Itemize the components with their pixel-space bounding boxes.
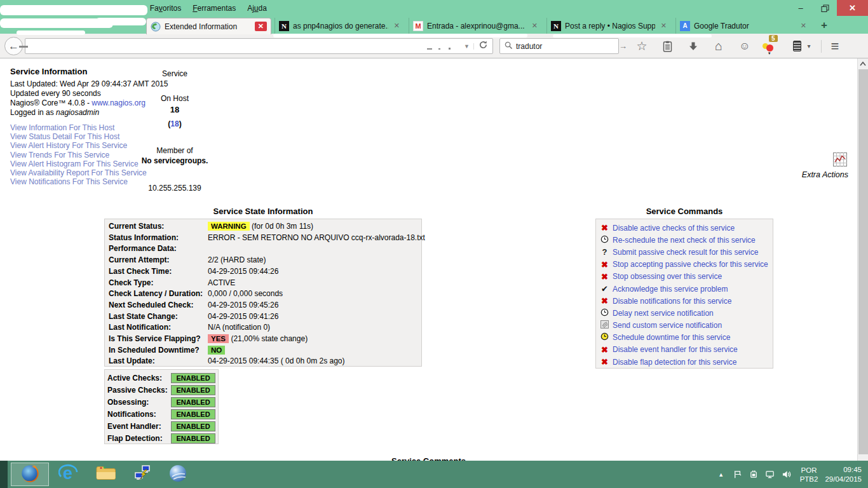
state-info-table: Current Status:WARNING (for 0d 0h 3m 11s… (104, 219, 422, 367)
command-schedule-downtime-for-this-service[interactable]: Schedule downtime for this service (599, 332, 770, 344)
taskbar-app-internet-explorer[interactable]: e (55, 463, 83, 486)
home-icon[interactable]: ⌂ (710, 38, 728, 54)
taskbar: e ▲ POR PTB2 09:45 29/04/2015 (0, 461, 868, 488)
command-stop-accepting-passive-checks-for-this-service[interactable]: ✖Stop accepting passive checks for this … (599, 259, 770, 271)
bookmark-star-icon[interactable]: ☆ (633, 38, 651, 54)
command-link[interactable]: Send custom service notification (613, 321, 722, 330)
tab-close-icon[interactable]: ✕ (392, 21, 402, 30)
disable-x-icon: ✖ (599, 297, 610, 305)
host-link[interactable]: 18 (170, 119, 179, 128)
command-link[interactable]: Schedule downtime for this service (613, 333, 730, 342)
extra-actions-label: Extra Actions (788, 170, 848, 179)
nagios-page: Service Information Last Updated: Wed Ap… (0, 58, 868, 461)
search-input[interactable] (516, 42, 614, 51)
menu-hamburger-icon[interactable]: ≡ (826, 38, 844, 54)
command-disable-flap-detection-for-this-service[interactable]: ✖Disable flap detection for this service (599, 356, 770, 368)
command-delay-next-service-notification[interactable]: Delay next service notification (599, 307, 770, 319)
close-button[interactable]: ✕ (837, 0, 868, 16)
command-link[interactable]: Re-schedule the next check of this servi… (613, 236, 756, 245)
state-row-value: 04-29-2015 09:45:26 (205, 300, 428, 311)
command-link[interactable]: Disable notifications for this service (613, 297, 731, 306)
state-row: Next Scheduled Check:04-29-2015 09:45:26 (106, 300, 428, 311)
network-icon[interactable] (763, 470, 779, 479)
command-link[interactable]: Stop obsessing over this service (613, 272, 722, 281)
toolbar-overflow-caret-icon[interactable]: ▾ (803, 38, 815, 54)
bookmarks-clipboard-icon[interactable] (658, 38, 676, 54)
restore-button[interactable] (813, 0, 837, 16)
check-row: Notifications:ENABLED (107, 408, 215, 420)
balloon-tail: ▾ (768, 51, 771, 56)
link-view-availability-report-for-this-service[interactable]: View Availability Report For This Servic… (10, 169, 147, 177)
downloads-icon[interactable] (684, 38, 702, 54)
extra-actions[interactable]: Extra Actions (788, 152, 848, 179)
restore-icon (821, 4, 829, 12)
scrollbar-up-arrow[interactable] (858, 58, 868, 69)
command-link[interactable]: Acknowledge this service problem (613, 285, 728, 294)
command-send-custom-service-notification[interactable]: Send custom service notification (599, 320, 770, 332)
redaction-dash (19, 46, 28, 48)
scrollbar-thumb[interactable] (858, 69, 868, 454)
tab-label: as pnp4nagios do generate... (293, 22, 388, 30)
check-label: Passive Checks: (107, 386, 171, 395)
tab-post-a-reply-nagios-supp[interactable]: NPost a reply • Nagios Supp...✕ (546, 18, 672, 34)
tab-entrada-alexprinougma[interactable]: MEntrada - alexprinou@gma...✕ (409, 18, 543, 34)
start-button[interactable] (0, 461, 8, 488)
search-icon (505, 41, 513, 52)
tab-close-icon[interactable]: ✕ (530, 21, 539, 30)
volume-icon[interactable] (779, 470, 796, 479)
state-row-value: 04-29-2015 09:44:35 ( 0d 0h 0m 2s ago) (205, 356, 428, 367)
taskbar-app-firefox[interactable] (11, 463, 49, 486)
command-disable-active-checks-of-this-service[interactable]: ✖Disable active checks of this service (599, 222, 770, 234)
new-tab-button[interactable]: + (816, 19, 832, 32)
state-row: Check Latency / Duration:0,000 / 0,000 s… (106, 288, 428, 300)
command-link[interactable]: Disable flap detection for this service (613, 358, 736, 367)
tab-close-icon[interactable]: ✕ (799, 21, 808, 30)
command-stop-obsessing-over-this-service[interactable]: ✖Stop obsessing over this service (599, 271, 770, 283)
command-submit-passive-check-result-for-this-service[interactable]: ?Submit passive check result for this se… (599, 246, 770, 258)
menu-item-ajuda[interactable]: Ajuda (241, 2, 273, 15)
command-link[interactable]: Disable active checks of this service (613, 224, 735, 233)
command-disable-event-handler-for-this-service[interactable]: ✖Disable event handler for this service (599, 344, 770, 356)
command-link[interactable]: Stop accepting passive checks for this s… (613, 260, 768, 269)
tab-google-tradutor[interactable]: AGoogle Tradutor✕ (675, 18, 812, 34)
power-battery-icon[interactable] (746, 470, 763, 479)
taskbar-app-putty[interactable] (128, 463, 156, 486)
action-center-flag-icon[interactable] (729, 470, 746, 479)
extension-balloons-icon[interactable]: ▾ 5 (760, 38, 778, 54)
check-label: Flap Detection: (107, 434, 171, 443)
service-label: Service (0, 69, 349, 78)
menu-item-ferramentas[interactable]: Ferramentas (187, 2, 241, 15)
feedback-smiley-icon[interactable]: ☺ (736, 38, 754, 54)
link-view-status-detail-for-this-host[interactable]: View Status Detail For This Host (10, 133, 147, 140)
tab-as-pnpnagios-do-generate[interactable]: Nas pnp4nagios do generate...✕ (275, 18, 405, 34)
state-row-value: 0,000 / 0,000 seconds (205, 288, 428, 300)
nagios-favicon: N (279, 21, 289, 31)
state-row-label: Check Latency / Duration: (106, 288, 205, 300)
clock[interactable]: 09:45 29/04/2015 (825, 465, 862, 484)
taskbar-app-file-explorer[interactable] (92, 463, 119, 486)
enabled-badge: ENABLED (171, 385, 215, 395)
command-reschedule-the-next-check-of-this-service[interactable]: Re-schedule the next check of this servi… (599, 234, 770, 246)
command-disable-notifications-for-this-service[interactable]: ✖Disable notifications for this service (599, 295, 770, 307)
taskbar-app-remote-app[interactable] (164, 463, 192, 486)
url-input[interactable] (25, 42, 460, 51)
command-link[interactable]: Disable event handler for this service (613, 345, 738, 354)
tab-close-icon[interactable]: ✕ (255, 22, 267, 31)
search-go-icon[interactable]: → (614, 41, 632, 51)
command-acknowledge-this-service-problem[interactable]: ✔Acknowledge this service problem (599, 283, 770, 295)
check-row: Event Handler:ENABLED (107, 420, 215, 432)
last-updated-text: Last Updated: Wed Apr 29 09:44:37 AMT 20… (10, 79, 168, 88)
tray-show-hidden-icon[interactable]: ▲ (713, 471, 729, 478)
reload-button[interactable] (474, 40, 492, 52)
state-row-label: Last State Change: (106, 311, 205, 323)
language-indicator[interactable]: POR PTB2 (800, 466, 818, 484)
check-label: Obsessing: (107, 398, 171, 407)
desktop-screen: ArquivoEditarExibirHistóricoFavoritosFer… (0, 0, 868, 488)
tab-extended-information[interactable]: Extended Information✕ (146, 18, 271, 34)
url-dropdown-icon[interactable]: ▼ (460, 43, 474, 50)
command-link[interactable]: Delay next service notification (613, 309, 714, 318)
minimize-button[interactable]: – (789, 0, 813, 16)
command-link[interactable]: Submit passive check result for this ser… (613, 248, 758, 257)
menu-item-favoritos[interactable]: Favoritos (144, 2, 187, 15)
tab-close-icon[interactable]: ✕ (659, 21, 668, 30)
